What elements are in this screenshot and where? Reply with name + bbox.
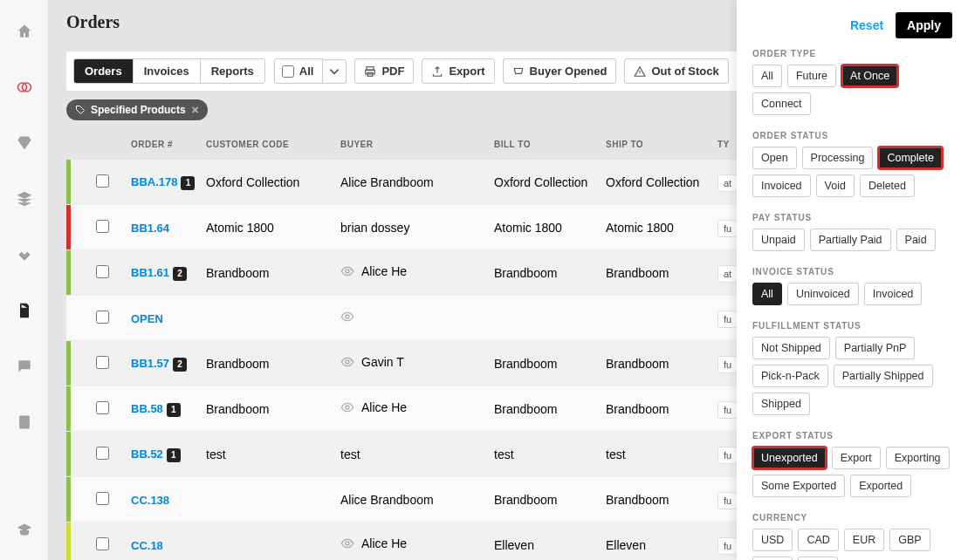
filter-pill[interactable]: AUD xyxy=(798,557,838,560)
order-badge: 2 xyxy=(173,267,187,281)
filter-section: CURRENCYUSDCADEURGBPNZDAUD xyxy=(752,513,952,560)
svg-point-8 xyxy=(346,360,349,364)
handshake-icon[interactable] xyxy=(16,246,33,267)
buyer-opened-button[interactable]: Buyer Opened xyxy=(503,58,617,84)
filter-pill[interactable]: Connect xyxy=(752,92,811,115)
filter-pill[interactable]: Not Shipped xyxy=(752,337,830,359)
filter-pill[interactable]: Export xyxy=(832,447,881,469)
filter-pill[interactable]: All xyxy=(752,65,782,87)
filter-pill[interactable]: Pick-n-Pack xyxy=(752,365,828,387)
layers-icon[interactable] xyxy=(16,190,33,211)
row-checkbox[interactable] xyxy=(96,265,109,278)
eye-icon xyxy=(340,310,354,326)
row-checkbox[interactable] xyxy=(96,537,109,550)
order-link[interactable]: BB1.61 xyxy=(131,266,169,279)
row-checkbox[interactable] xyxy=(96,447,109,460)
filter-pill[interactable]: Processing xyxy=(802,147,874,169)
section-title: ORDER STATUS xyxy=(752,131,952,140)
chat-icon[interactable] xyxy=(16,358,33,379)
col-buyer[interactable]: BUYER xyxy=(335,140,489,149)
apply-button[interactable]: Apply xyxy=(896,12,952,38)
filter-pill[interactable]: Exported xyxy=(850,475,911,497)
filter-pill[interactable]: Partially Paid xyxy=(810,229,891,251)
tab-invoices[interactable]: Invoices xyxy=(134,59,201,83)
order-link[interactable]: BB1.64 xyxy=(131,222,169,235)
order-link[interactable]: CC.18 xyxy=(131,539,163,552)
filter-pill[interactable]: CAD xyxy=(798,529,838,551)
filter-pill[interactable]: Partially Shipped xyxy=(834,365,933,387)
order-link[interactable]: BBA.178 xyxy=(131,175,177,188)
order-link[interactable]: CC.138 xyxy=(131,494,169,507)
chip-remove[interactable]: ✕ xyxy=(191,105,199,116)
filter-pill[interactable]: Invoiced xyxy=(752,174,811,197)
status-edge xyxy=(66,250,71,295)
order-link[interactable]: OPEN xyxy=(131,312,163,325)
filter-pill[interactable]: GBP xyxy=(889,529,930,551)
export-button[interactable]: Export xyxy=(422,58,494,84)
filter-section: ORDER TYPEAllFutureAt OnceConnect xyxy=(752,49,952,115)
order-link[interactable]: BB.52 xyxy=(131,447,163,461)
filter-pill[interactable]: Unpaid xyxy=(752,229,805,251)
filter-pill[interactable]: Shipped xyxy=(752,393,810,415)
filter-pill[interactable]: Some Exported xyxy=(752,475,845,497)
filter-pill[interactable]: USD xyxy=(752,529,793,551)
filter-pill[interactable]: Partially PnP xyxy=(835,337,916,359)
cell-customer: Atomic 1800 xyxy=(201,221,335,235)
cell-buyer: Gavin T xyxy=(335,355,489,372)
select-all-checkbox[interactable] xyxy=(282,65,294,78)
diamond-icon[interactable] xyxy=(16,134,33,155)
filter-pill[interactable]: EUR xyxy=(844,529,884,551)
cell-ship: Oxford Collection xyxy=(601,175,712,189)
svg-rect-4 xyxy=(366,70,375,74)
reset-button[interactable]: Reset xyxy=(850,18,883,32)
filter-pill[interactable]: Paid xyxy=(896,229,936,251)
filter-pill[interactable]: All xyxy=(752,283,782,305)
row-checkbox[interactable] xyxy=(96,401,109,414)
order-link[interactable]: BB1.57 xyxy=(131,357,169,370)
select-all-dropdown[interactable] xyxy=(323,59,347,84)
cell-buyer: brian dossey xyxy=(335,221,489,235)
filter-pill[interactable]: Void xyxy=(816,174,855,197)
tab-reports[interactable]: Reports xyxy=(201,59,264,83)
filter-pill[interactable]: Unexported xyxy=(752,447,827,469)
contact-icon[interactable] xyxy=(16,413,33,434)
filter-pill[interactable]: At Once xyxy=(841,65,898,87)
order-link[interactable]: BB.58 xyxy=(131,402,163,415)
out-of-stock-button[interactable]: Out of Stock xyxy=(624,58,728,84)
filter-pill[interactable]: Future xyxy=(787,65,836,87)
row-checkbox[interactable] xyxy=(96,174,109,188)
section-title: CURRENCY xyxy=(752,513,952,522)
filter-pill[interactable]: Exporting xyxy=(886,447,950,469)
col-bill[interactable]: BILL TO xyxy=(489,140,601,149)
col-customer[interactable]: CUSTOMER CODE xyxy=(201,140,335,149)
filter-pill[interactable]: NZD xyxy=(752,557,793,560)
tab-orders[interactable]: Orders xyxy=(74,59,134,83)
home-icon[interactable] xyxy=(16,23,33,44)
filter-pill[interactable]: Invoiced xyxy=(864,283,923,305)
row-checkbox[interactable] xyxy=(96,220,109,233)
filter-pill[interactable]: Open xyxy=(752,147,797,169)
filter-pill[interactable]: Complete xyxy=(878,147,943,169)
eye-icon xyxy=(340,264,354,281)
filter-pill[interactable]: Uninvoiced xyxy=(787,283,859,305)
select-all-button[interactable]: All xyxy=(274,58,324,84)
warning-icon xyxy=(634,65,646,78)
status-edge xyxy=(66,160,71,204)
order-badge: 1 xyxy=(167,448,181,462)
status-edge xyxy=(66,432,71,476)
graduation-icon[interactable] xyxy=(16,522,33,543)
col-order[interactable]: ORDER # xyxy=(126,140,201,149)
cell-buyer: Alice He xyxy=(335,536,489,553)
pdf-button[interactable]: PDF xyxy=(354,58,414,84)
brand-logo-icon[interactable] xyxy=(16,79,33,99)
filter-panel: ✕ Reset Apply ORDER TYPEAllFutureAt Once… xyxy=(737,0,968,560)
filter-pill[interactable]: Deleted xyxy=(860,174,915,197)
row-checkbox[interactable] xyxy=(96,492,109,505)
row-checkbox[interactable] xyxy=(96,356,109,369)
order-badge: 1 xyxy=(181,176,195,190)
col-ship[interactable]: SHIP TO xyxy=(601,140,712,149)
orders-icon[interactable] xyxy=(16,302,33,323)
row-checkbox[interactable] xyxy=(96,311,109,324)
eye-icon xyxy=(340,355,354,372)
filter-chip[interactable]: Specified Products ✕ xyxy=(66,99,208,120)
